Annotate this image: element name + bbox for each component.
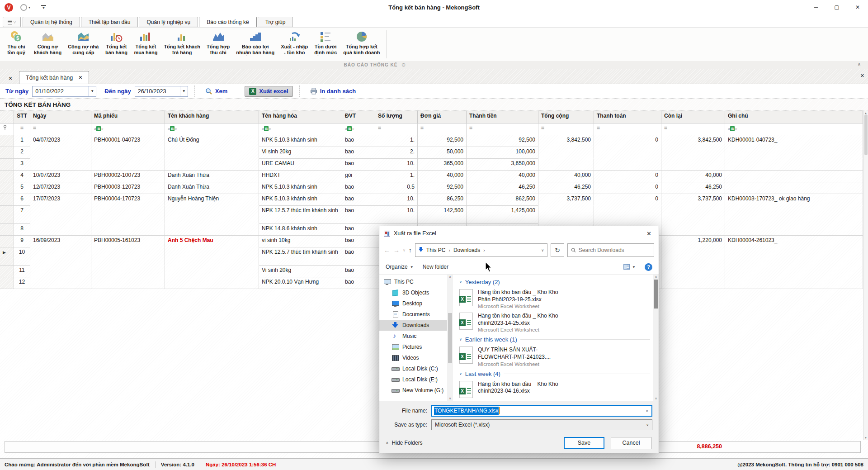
file-item[interactable]: QUY TRÌNH SẢN XUẤT-FLOWCHART-PMT-241023.… [459, 347, 650, 366]
table-row[interactable]: 2 Vi sinh 20kg bao 2. 50,000 100,000 [0, 147, 863, 159]
ribbon-item[interactable]: Tổng kếtmua hàng [131, 29, 160, 56]
sidebar-folder-item[interactable]: Local Disk (E:) [379, 374, 447, 385]
scroll-down-icon[interactable]: ∨ [655, 397, 657, 400]
filter-cell[interactable]: = aBc [165, 123, 259, 135]
sidebar-folder-item[interactable]: Documents [379, 309, 447, 320]
print-list-button[interactable]: In danh sách [306, 86, 360, 96]
chevron-down-icon[interactable]: ∨ [643, 423, 652, 427]
view-button[interactable]: Xem [201, 86, 231, 96]
menu-tab[interactable]: Quản trị hệ thống [23, 17, 80, 27]
sidebar-folder-item[interactable]: New Volume (G:) [379, 385, 447, 396]
new-folder-button[interactable]: New folder [423, 264, 448, 270]
table-row[interactable]: 7 NPK 12.5.7 thúc tím khánh sinh bao 10.… [0, 206, 863, 224]
filelist-scrollbar[interactable]: ∧∨ [653, 275, 659, 401]
menu-tab[interactable]: Quản lý nghiệp vụ [139, 17, 198, 27]
ribbon-item[interactable]: Thu chitồn quỹ [2, 29, 31, 56]
cancel-button[interactable]: Cancel [611, 437, 651, 449]
file-group-header[interactable]: ∨ Last week (4) [459, 370, 650, 377]
filter-cell[interactable]: = aBc [375, 123, 418, 135]
column-header[interactable]: Số lượng [375, 111, 418, 123]
sidebar-folder-item[interactable]: Videos [379, 352, 447, 363]
document-tab-active[interactable]: Tổng kết bán hàng ✕ [19, 71, 89, 84]
organize-button[interactable]: Organize▼ [386, 264, 414, 270]
table-row[interactable]: 3 URE CAMAU bao 10. 365,000 3,650,000 [0, 159, 863, 171]
search-box[interactable] [567, 243, 654, 257]
table-row[interactable]: 5 12/07/2023 PBH00003-120723 Danh Xuân T… [0, 182, 863, 194]
search-input[interactable] [579, 247, 651, 253]
column-header[interactable]: Mã phiếu [91, 111, 165, 123]
ribbon-collapse-icon[interactable]: ∧ [858, 62, 861, 66]
up-icon[interactable]: ↑ [409, 247, 412, 254]
forward-icon[interactable]: → [393, 247, 400, 254]
sidebar-folder-item[interactable]: This PC [379, 276, 447, 287]
close-button[interactable]: ✕ [847, 0, 868, 15]
column-header[interactable]: Thành tiền [467, 111, 538, 123]
history-chevron-icon[interactable]: ∨ [403, 248, 406, 252]
tabstrip-close-button[interactable]: ✕ [860, 73, 864, 79]
ribbon-item[interactable]: Công nợ nhàcung cấp [65, 29, 102, 56]
close-all-tabs-button[interactable]: ✕ [4, 73, 17, 84]
sidebar-folder-item[interactable]: Downloads [379, 320, 447, 331]
address-dropdown-icon[interactable]: ∨ [541, 248, 544, 252]
table-row[interactable]: 6 17/07/2023 PBH00004-170723 Nguyễn Hoàn… [0, 194, 863, 206]
filter-cell[interactable]: = aBc [418, 123, 467, 135]
ribbon-options-icon[interactable]: ⊙ [401, 62, 406, 68]
table-row[interactable]: 4 10/07/2023 PBH00002-100723 Danh Xuân T… [0, 171, 863, 182]
ribbon-item[interactable]: Tồn dướiđịnh mức [311, 29, 340, 56]
column-header[interactable]: Ghi chú [725, 111, 863, 123]
menu-tab[interactable]: Trợ giúp [258, 17, 293, 27]
hide-folders-button[interactable]: ∧Hide Folders [386, 440, 423, 446]
sidebar-folder-item[interactable]: 3D Objects [379, 287, 447, 298]
menu-tab[interactable]: Thiết lập ban đầu [81, 17, 138, 27]
back-icon[interactable]: ← [384, 247, 390, 254]
file-group-header[interactable]: ∨ Yesterday (2) [459, 279, 650, 285]
grid-vertical-scrollbar[interactable]: ▲▼ [863, 111, 868, 440]
scrollbar-thumb[interactable] [864, 114, 868, 155]
column-header[interactable] [0, 111, 14, 123]
refresh-button[interactable]: ↻ [551, 243, 564, 257]
scroll-up-icon[interactable]: ∧ [449, 275, 451, 279]
filter-cell[interactable]: = aBc [467, 123, 538, 135]
filter-cell[interactable]: = aBc [91, 123, 165, 135]
ribbon-item[interactable]: Xuất - nhập- tồn kho [278, 29, 311, 56]
app-badge-icon[interactable]: V [5, 3, 13, 12]
table-row[interactable]: 1 04/07/2023 PBH00001-040723 Chú Út Đống… [0, 135, 863, 147]
help-icon[interactable] [645, 263, 652, 271]
ribbon-item[interactable]: Báo cáo lợinhuận bán hàng [233, 29, 278, 56]
filter-cell[interactable]: = aBc [594, 123, 661, 135]
view-mode-button[interactable]: ▼ [623, 264, 636, 270]
file-item[interactable]: Hàng tồn kho ban đầu _ Kho Kho chính2023… [459, 381, 650, 398]
ribbon-item[interactable]: Công nợkhách hàng [31, 29, 65, 56]
app-menu-button[interactable]: ▽ [3, 17, 21, 27]
column-header[interactable]: STT [14, 111, 30, 123]
column-header[interactable]: Ngày [30, 111, 91, 123]
filter-cell[interactable]: = aBc [538, 123, 594, 135]
ribbon-item[interactable]: Tổng kết kháchtrả hàng [160, 29, 203, 56]
from-date-input[interactable]: 01/10/2022▼ [32, 86, 96, 97]
to-date-input[interactable]: 26/10/2023▼ [135, 86, 188, 97]
sidebar-folder-item[interactable]: Desktop [379, 298, 447, 309]
scrollbar-thumb[interactable] [448, 313, 452, 363]
minimize-button[interactable]: ─ [806, 0, 826, 15]
column-header[interactable]: Đơn giá [418, 111, 467, 123]
chevron-down-icon[interactable]: ∨ [642, 409, 651, 413]
account-menu[interactable]: ▾ [13, 4, 30, 11]
filter-cell[interactable]: = aBc [342, 123, 375, 135]
filter-cell[interactable]: = aBc [14, 123, 30, 135]
sidebar-folder-item[interactable]: Pictures [379, 342, 447, 352]
tab-close-icon[interactable]: ✕ [78, 75, 82, 81]
maximize-button[interactable]: ▢ [826, 0, 847, 15]
file-item[interactable]: Hàng tồn kho ban đầu _ Kho Kho chính2023… [459, 313, 650, 332]
pin-icon[interactable]: ▼ [41, 5, 46, 10]
ribbon-item[interactable]: Tổng kếtbán hàng [102, 29, 131, 56]
column-header[interactable]: ĐVT [342, 111, 375, 123]
sidebar-scrollbar[interactable]: ∧∨ [447, 275, 453, 401]
scrollbar-thumb[interactable] [654, 280, 658, 309]
scroll-up-icon[interactable]: ∧ [655, 275, 657, 279]
column-header[interactable]: Tên khách hàng [165, 111, 259, 123]
chevron-down-icon[interactable]: ▼ [180, 86, 188, 96]
menu-tab[interactable]: Báo cáo thống kê [199, 17, 256, 27]
column-header[interactable]: Tổng cộng [538, 111, 594, 123]
address-bar[interactable]: This PC›Downloads› ∨ [415, 243, 547, 257]
file-item[interactable]: Hàng tồn kho ban đầu _ Kho Kho Phân Phối… [459, 289, 650, 309]
